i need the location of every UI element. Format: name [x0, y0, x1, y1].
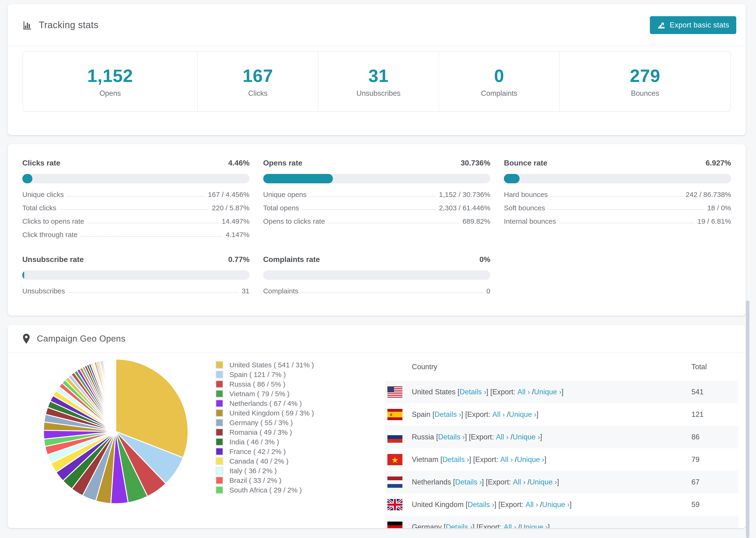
export-all-link[interactable]: All ›: [504, 523, 516, 528]
legend-label: France ( 42 / 2% ): [229, 448, 286, 456]
dotted-leader: [551, 196, 682, 196]
stat-label: Unsubscribes: [356, 89, 401, 98]
export-all-link[interactable]: All ›: [525, 501, 538, 509]
export-basic-stats-button[interactable]: Export basic stats: [650, 16, 736, 34]
bracket-text: ] [: [495, 501, 501, 509]
legend-label: Canada ( 40 / 2% ): [229, 457, 289, 465]
bracket-text: ] [: [465, 433, 471, 441]
space: [494, 433, 496, 441]
legend-label: Brazil ( 33 / 2% ): [229, 476, 282, 484]
export-all-link[interactable]: All ›: [496, 433, 508, 441]
export-unique-link[interactable]: Unique ›: [513, 433, 540, 441]
space: [515, 388, 517, 396]
flag-us-icon: [387, 386, 403, 398]
separator: /: [525, 478, 529, 486]
flag-de-icon: [387, 521, 403, 528]
rate-row-value: 1,152 / 30.736%: [439, 190, 490, 198]
rate-percent: 0%: [479, 255, 490, 264]
bar-chart-icon: [22, 20, 32, 30]
export-unique-link[interactable]: Unique ›: [542, 501, 569, 509]
export-unique-link[interactable]: Unique ›: [534, 388, 561, 396]
geo-table-body: United States [Details ›] [Export: All ›…: [385, 381, 738, 528]
legend-label: Italy ( 36 / 2% ): [229, 467, 277, 475]
geo-row-country: Netherlands [Details ›] [Export: All › /…: [385, 476, 691, 488]
legend-item-india: India ( 46 / 3% ): [216, 437, 314, 447]
bracket-text: [: [451, 478, 455, 486]
separator: /: [513, 456, 517, 464]
legend-swatch: [216, 400, 223, 407]
column-header-total: Total: [691, 363, 738, 371]
details-link[interactable]: Details ›: [435, 410, 461, 419]
rate-title: Unsubscribe rate: [22, 255, 83, 264]
stat-value: 31: [368, 66, 389, 86]
legend-item-russia: Russia ( 86 / 5% ): [216, 379, 314, 389]
legend-swatch: [216, 361, 223, 369]
rate-row-value: 220 / 5.87%: [212, 204, 249, 212]
geo-row-united-kingdom: United Kingdom [Details ›] [Export: All …: [385, 493, 738, 516]
rate-row-unsubscribes: Unsubscribes31: [22, 285, 249, 298]
details-link[interactable]: Details ›: [459, 388, 486, 396]
export-unique-link[interactable]: Unique ›: [509, 410, 536, 419]
bracket-text: ]: [557, 478, 559, 486]
legend-item-brazil: Brazil ( 33 / 2% ): [216, 476, 314, 485]
geo-row-total: 86: [691, 433, 738, 441]
dotted-leader: [68, 293, 239, 293]
details-link[interactable]: Details ›: [446, 523, 473, 528]
export-all-link[interactable]: All ›: [492, 410, 505, 419]
details-link[interactable]: Details ›: [442, 456, 469, 464]
export-all-link[interactable]: All ›: [513, 478, 525, 486]
country-name: Germany: [412, 523, 442, 528]
legend-item-italy: Italy ( 36 / 2% ): [216, 466, 314, 476]
export-icon: [657, 21, 666, 29]
rate-row-value: 19 / 6.81%: [698, 217, 731, 225]
rate-row-value: 2,303 / 61.446%: [439, 204, 490, 212]
space: [523, 501, 526, 509]
export-label: Export:: [492, 388, 515, 396]
rate-row-value: 31: [242, 287, 249, 295]
geo-row-total: 59: [691, 501, 738, 509]
legend-swatch: [216, 409, 223, 417]
export-all-link[interactable]: All ›: [517, 388, 530, 396]
dotted-leader: [67, 196, 205, 196]
details-link[interactable]: Details ›: [455, 478, 482, 486]
flag-es-icon: [387, 409, 403, 420]
rate-row-label: Unique opens: [263, 190, 307, 198]
bracket-text: ] [: [461, 410, 467, 419]
rate-row-label: Click through rate: [22, 231, 78, 239]
export-unique-link[interactable]: Unique ›: [517, 456, 544, 464]
dotted-leader: [548, 209, 704, 210]
details-link[interactable]: Details ›: [468, 501, 495, 509]
rate-title: Opens rate: [263, 159, 302, 167]
geo-opens-pie-chart: [41, 356, 191, 507]
legend-label: Russia ( 86 / 5% ): [229, 380, 285, 388]
rate-row-value: 0: [486, 287, 490, 295]
country-name: United States: [412, 388, 456, 396]
country-name: Russia: [412, 433, 434, 441]
rate-section-opens-rate: Opens rate30.736%Unique opens1,152 / 30.…: [263, 159, 490, 242]
space: [490, 410, 492, 419]
export-unique-link[interactable]: Unique ›: [529, 478, 557, 486]
rate-row-label: Opens to clicks rate: [263, 217, 325, 225]
legend-swatch: [216, 390, 223, 398]
geo-row-country: Russia [Details ›] [Export: All › / Uniq…: [385, 431, 691, 443]
export-label: Export:: [467, 410, 490, 419]
legend-item-united-kingdom: United Kingdom ( 59 / 3% ): [216, 408, 314, 418]
export-all-link[interactable]: All ›: [500, 456, 513, 464]
legend-label: Vietnam ( 79 / 5% ): [229, 390, 290, 398]
legend-item-germany: Germany ( 55 / 3% ): [216, 418, 314, 427]
campaign-overview-page: { "accent": "#1792a6", "link_color": "#2…: [0, 0, 756, 538]
rate-row-complaints: Complaints0: [263, 285, 490, 298]
legend-label: United Kingdom ( 59 / 3% ): [229, 409, 314, 417]
legend-label: Spain ( 121 / 7% ): [229, 371, 286, 379]
export-unique-link[interactable]: Unique ›: [520, 523, 548, 528]
vertical-scrollbar-thumb[interactable]: [746, 300, 749, 538]
geo-row-netherlands: Netherlands [Details ›] [Export: All › /…: [385, 471, 738, 493]
rate-row-label: Total clicks: [22, 204, 56, 212]
geo-row-total: 541: [691, 388, 738, 396]
map-marker-icon: [22, 333, 30, 344]
separator: /: [509, 433, 513, 441]
details-link[interactable]: Details ›: [438, 433, 465, 441]
geo-row-spain: Spain [Details ›] [Export: All › / Uniqu…: [385, 403, 738, 426]
rate-progress-fill: [504, 174, 519, 183]
rate-row-unique-opens: Unique opens1,152 / 30.736%: [263, 188, 490, 201]
